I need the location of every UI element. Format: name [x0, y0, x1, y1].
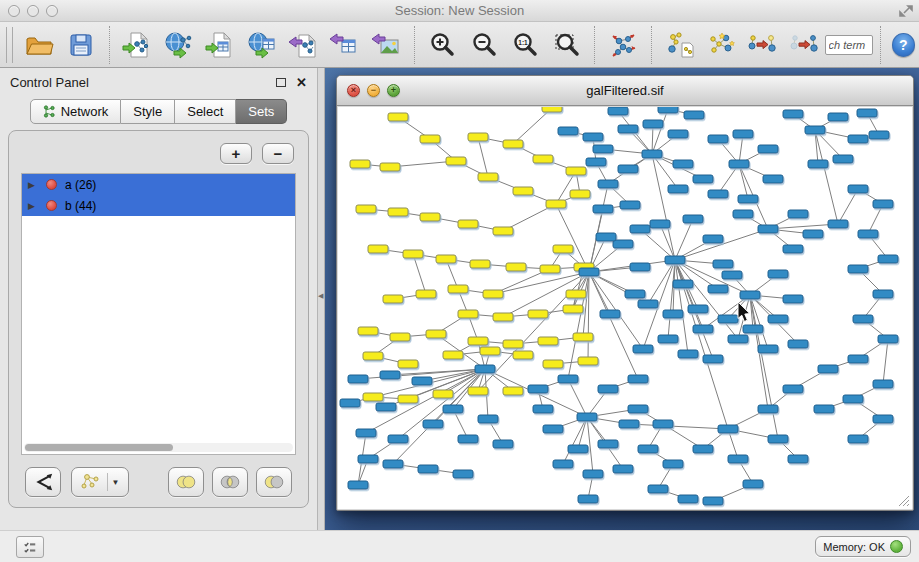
zoom-window-button[interactable]: [46, 5, 58, 17]
graph-node-set-a[interactable]: [483, 290, 503, 298]
graph-node-set-b[interactable]: [713, 260, 733, 268]
minimize-view-button[interactable]: −: [367, 84, 380, 97]
set-row-a[interactable]: ▶ a (26): [22, 174, 295, 195]
graph-node-set-b[interactable]: [783, 110, 803, 118]
dropdown-caret-icon[interactable]: ▼: [112, 478, 120, 487]
graph-node-set-a[interactable]: [546, 200, 566, 208]
graph-node-set-a[interactable]: [426, 330, 446, 338]
graph-node-set-b[interactable]: [678, 495, 698, 503]
graph-node-set-b[interactable]: [418, 465, 438, 473]
graph-node-set-b[interactable]: [873, 415, 893, 423]
graph-node-set-b[interactable]: [833, 155, 853, 163]
graph-node-set-a[interactable]: [443, 351, 463, 359]
graph-node-set-b[interactable]: [768, 270, 788, 278]
graph-node-set-a[interactable]: [570, 190, 590, 198]
graph-node-set-b[interactable]: [848, 355, 868, 363]
graph-node-set-b[interactable]: [848, 435, 868, 443]
graph-node-set-a[interactable]: [573, 333, 593, 341]
graph-node-set-a[interactable]: [513, 351, 533, 359]
graph-node-set-b[interactable]: [848, 185, 868, 193]
disclosure-triangle-icon[interactable]: ▶: [28, 180, 38, 190]
maximize-view-button[interactable]: +: [387, 84, 400, 97]
graph-node-set-b[interactable]: [586, 158, 606, 166]
graph-node-set-a[interactable]: [503, 387, 523, 395]
graph-node-set-b[interactable]: [528, 385, 548, 393]
graph-node-set-b[interactable]: [728, 455, 748, 463]
horizontal-scrollbar[interactable]: [24, 443, 293, 452]
graph-node-set-b[interactable]: [708, 285, 728, 293]
graph-node-set-a[interactable]: [543, 360, 563, 368]
task-history-button[interactable]: [16, 536, 44, 558]
graph-node-set-b[interactable]: [376, 403, 396, 411]
graph-node-set-b[interactable]: [743, 325, 763, 333]
zoom-selected-region-button[interactable]: [548, 25, 585, 65]
graph-node-set-a[interactable]: [398, 395, 418, 403]
graph-node-set-a[interactable]: [363, 352, 383, 360]
graph-node-set-b[interactable]: [598, 440, 618, 448]
network-canvas[interactable]: [338, 107, 912, 509]
disclosure-triangle-icon[interactable]: ▶: [28, 201, 38, 211]
graph-node-set-b[interactable]: [628, 375, 648, 383]
graph-node-set-b[interactable]: [598, 180, 618, 188]
graph-node-set-b[interactable]: [869, 131, 889, 139]
graph-node-set-a[interactable]: [448, 285, 468, 293]
graph-node-set-b[interactable]: [558, 375, 578, 383]
graph-node-set-b[interactable]: [619, 420, 639, 428]
graph-node-set-a[interactable]: [388, 113, 408, 121]
graph-node-set-b[interactable]: [693, 325, 713, 333]
graph-node-set-a[interactable]: [420, 213, 440, 221]
graph-node-set-b[interactable]: [722, 271, 742, 279]
graph-node-set-b[interactable]: [443, 405, 463, 413]
graph-node-set-a[interactable]: [506, 263, 526, 271]
graph-node-set-b[interactable]: [678, 350, 698, 358]
set-union-button[interactable]: [168, 467, 204, 497]
graph-node-set-b[interactable]: [758, 225, 778, 233]
graph-node-set-a[interactable]: [433, 390, 453, 398]
graph-node-set-b[interactable]: [740, 291, 760, 299]
graph-node-set-b[interactable]: [475, 365, 495, 373]
graph-node-set-a[interactable]: [388, 208, 408, 216]
graph-node-set-b[interactable]: [668, 185, 688, 193]
new-network-from-selection-button[interactable]: [661, 25, 698, 65]
graph-node-set-a[interactable]: [566, 290, 586, 298]
minimize-window-button[interactable]: [27, 5, 39, 17]
graph-node-set-b[interactable]: [758, 145, 778, 153]
graph-node-set-b[interactable]: [579, 268, 599, 276]
first-neighbors-button[interactable]: [702, 25, 739, 65]
remove-set-button[interactable]: −: [262, 143, 294, 164]
graph-node-set-b[interactable]: [663, 310, 683, 318]
graph-node-set-b[interactable]: [618, 165, 638, 173]
open-session-button[interactable]: [21, 25, 58, 65]
graph-node-set-b[interactable]: [828, 113, 848, 121]
zoom-in-button[interactable]: [424, 25, 461, 65]
close-window-button[interactable]: [8, 5, 20, 17]
graph-node-set-b[interactable]: [783, 245, 803, 253]
graph-node-set-b[interactable]: [703, 355, 723, 363]
graph-node-set-b[interactable]: [758, 405, 778, 413]
graph-node-set-b[interactable]: [608, 107, 628, 115]
fullscreen-icon[interactable]: [899, 4, 913, 18]
graph-node-set-b[interactable]: [768, 315, 788, 323]
graph-node-set-b[interactable]: [805, 126, 825, 134]
toolbar-drag-handle[interactable]: [6, 27, 13, 63]
graph-node-set-b[interactable]: [558, 127, 578, 135]
graph-node-set-b[interactable]: [673, 280, 693, 288]
save-session-button[interactable]: [62, 25, 99, 65]
graph-node-set-b[interactable]: [683, 215, 703, 223]
graph-node-set-a[interactable]: [478, 173, 498, 181]
graph-node-set-b[interactable]: [729, 160, 749, 168]
close-view-button[interactable]: ×: [347, 84, 360, 97]
graph-node-set-b[interactable]: [625, 290, 645, 298]
graph-node-set-b[interactable]: [857, 109, 877, 117]
graph-node-set-b[interactable]: [412, 377, 432, 385]
graph-node-set-b[interactable]: [763, 175, 783, 183]
graph-node-set-a[interactable]: [470, 260, 490, 268]
graph-node-set-b[interactable]: [478, 415, 498, 423]
graph-node-set-a[interactable]: [480, 347, 500, 355]
graph-node-set-b[interactable]: [593, 145, 613, 153]
graph-node-set-a[interactable]: [350, 160, 370, 168]
import-network-url-button[interactable]: [160, 25, 197, 65]
graph-node-set-b[interactable]: [788, 455, 808, 463]
graph-node-set-a[interactable]: [358, 327, 378, 335]
graph-node-set-b[interactable]: [848, 135, 868, 143]
